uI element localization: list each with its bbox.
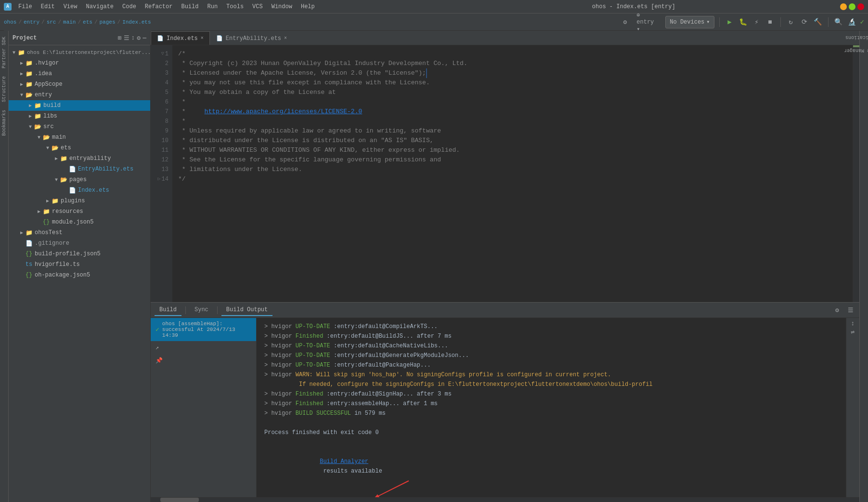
panel-layout-icon[interactable]: ⊞ (118, 34, 122, 42)
panel-sort-icon[interactable]: ↕ (131, 34, 135, 42)
menu-window[interactable]: Window (268, 2, 296, 11)
panel-list-icon[interactable]: ☰ (124, 34, 130, 42)
bc-ets[interactable]: ets (83, 19, 92, 25)
run-button[interactable]: ▶ (725, 17, 735, 27)
build-icon[interactable]: 🔨 (813, 17, 823, 27)
tab-build-output[interactable]: Build Output (221, 304, 272, 316)
tree-label: hvigorfile.ts (35, 261, 80, 268)
tree-ets[interactable]: ▼ 📂 ets (9, 143, 150, 153)
menu-bar: File Edit View Navigate Code Refactor Bu… (14, 2, 428, 11)
bottom-wrap-icon[interactable]: ⇌ (848, 328, 858, 336)
tree-label: libs (43, 113, 57, 119)
bc-pages[interactable]: pages (100, 19, 116, 25)
tree-label: EntryAbility.ets (78, 166, 133, 172)
tree-label: build-profile.json5 (35, 251, 101, 257)
debug-button[interactable]: 🐛 (738, 17, 749, 27)
tree-label: entryability (69, 155, 111, 162)
entry-selector[interactable]: ⊕ entry ▾ (634, 16, 662, 28)
menu-run[interactable]: Run (203, 2, 221, 11)
menu-navigate[interactable]: Navigate (82, 2, 117, 11)
panel-settings-icon[interactable]: ⚙ (832, 306, 842, 314)
menu-build[interactable]: Build (177, 2, 202, 11)
tree-main[interactable]: ▼ 📂 main (9, 132, 150, 143)
menu-edit[interactable]: Edit (37, 2, 59, 11)
menu-vcs[interactable]: VCS (248, 2, 267, 11)
bc-ohos[interactable]: ohos (4, 19, 16, 25)
expand-output-icon[interactable]: ↗ (151, 341, 256, 354)
bc-index[interactable]: Index.ets (122, 19, 151, 25)
device-selector[interactable]: No Devices ▾ (665, 16, 714, 28)
tab-close-icon2[interactable]: × (284, 36, 287, 41)
sync-button[interactable]: ↻ (786, 17, 796, 27)
no-devices-label: No Devices (670, 19, 704, 26)
tree-hvigor[interactable]: ▶ 📁 .hvigor (9, 58, 150, 68)
tab-sync[interactable]: Sync (190, 304, 213, 316)
tab-close-icon[interactable]: × (201, 36, 204, 41)
inspect-icon[interactable]: 🔬 (847, 17, 857, 27)
tree-root-label: ohos E:\fluttertonextproject\flutter... (27, 50, 150, 55)
tree-resources[interactable]: ▶ 📁 resources (9, 206, 150, 217)
settings-icon[interactable]: ⚙ (619, 16, 631, 28)
arrow-icon: ▼ (36, 134, 42, 141)
menu-help[interactable]: Help (297, 2, 319, 11)
tree-entryability[interactable]: ▶ 📁 entryability (9, 153, 150, 164)
tab-label: Index.ets (167, 35, 198, 42)
tree-plugins[interactable]: ▶ 📁 plugins (9, 196, 150, 206)
build-output[interactable]: > hvigor UP-TO-DATE :entry:default@Compi… (257, 318, 846, 497)
menu-file[interactable]: File (14, 2, 36, 11)
tab-index-ets[interactable]: 📄 Index.ets × (151, 31, 210, 45)
tree-build-profile[interactable]: {} build-profile.json5 (9, 249, 150, 259)
tree-module-json5[interactable]: {} module.json5 (9, 217, 150, 227)
partner-sdk-label[interactable]: Partner SDK (0, 33, 8, 72)
bookmarks-label[interactable]: Bookmarks (0, 106, 8, 140)
file-icon: 📄 (68, 186, 76, 194)
tree-hvigorfile[interactable]: ts hvigorfile.ts (9, 259, 150, 270)
tab-entryability-ets[interactable]: 📄 EntryAbility.ets × (210, 31, 293, 45)
tree-libs[interactable]: ▶ 📁 libs (9, 111, 150, 121)
menu-tools[interactable]: Tools (222, 2, 247, 11)
stop-button[interactable]: ■ (765, 17, 776, 27)
device-manager-label[interactable]: Device Manager (843, 44, 868, 57)
menu-code[interactable]: Code (118, 2, 140, 11)
tree-idea[interactable]: ▶ 📁 .idea (9, 68, 150, 79)
no-arrow (62, 166, 68, 172)
bc-main[interactable]: main (63, 19, 76, 25)
tab-build[interactable]: Build (155, 304, 181, 316)
folder-open-icon: 📂 (34, 123, 41, 131)
tree-appscope[interactable]: ▶ 📁 AppScope (9, 79, 150, 90)
pin-icon[interactable]: 📌 (151, 354, 256, 367)
bc-src[interactable]: src (47, 19, 56, 25)
tree-src[interactable]: ▼ 📂 src (9, 121, 150, 132)
bc-entry[interactable]: entry (24, 19, 39, 25)
tree-gitignore[interactable]: 📄 .gitignore (9, 238, 150, 249)
panel-lines-icon[interactable]: ☰ (846, 306, 855, 314)
arrow-icon: ▼ (44, 145, 51, 151)
minimize-button[interactable]: − (840, 3, 847, 10)
tree-index-ets[interactable]: 📄 Index.ets (9, 185, 150, 196)
build-item[interactable]: ✓ ohos [assembleHap]: successful At 2024… (151, 318, 256, 341)
tree-entryability-file[interactable]: 📄 EntryAbility.ets (9, 164, 150, 174)
tree-entry[interactable]: ▼ 📂 entry (9, 90, 150, 100)
maximize-button[interactable]: □ (849, 3, 855, 10)
refresh-button[interactable]: ⟳ (799, 17, 810, 27)
structure-label[interactable]: Structure (0, 72, 8, 106)
code-content[interactable]: /* * Copyright (c) 2023 Hunan OpenValley… (172, 45, 853, 302)
tree-root[interactable]: ▼ 📁 ohos E:\fluttertonextproject\flutter… (9, 47, 150, 58)
tree-ohostest[interactable]: ▶ 📁 ohosTest (9, 227, 150, 238)
menu-view[interactable]: View (60, 2, 81, 11)
close-button[interactable]: × (857, 3, 864, 10)
tree-pages[interactable]: ▼ 📂 pages (9, 174, 150, 185)
build-analyzer-link[interactable]: Build Analyzer (320, 458, 368, 465)
tree-label: plugins (61, 198, 85, 204)
horizontal-scrollbar[interactable] (151, 497, 859, 502)
panel-dots-icon[interactable]: ⋯ (143, 34, 146, 42)
notifications-label[interactable]: Notifications (844, 31, 868, 44)
bottom-expand-icon[interactable]: ↕ (848, 320, 858, 327)
tree-build[interactable]: ▶ 📁 build (9, 100, 150, 111)
menu-refactor[interactable]: Refactor (141, 2, 177, 11)
search-everywhere-icon[interactable]: 🔍 (833, 17, 844, 27)
panel-gear-icon[interactable]: ⚙ (137, 34, 141, 42)
tree-oh-package[interactable]: {} oh-package.json5 (9, 270, 150, 280)
tree-label: pages (69, 176, 87, 183)
profile-button[interactable]: ⚡ (751, 17, 762, 27)
